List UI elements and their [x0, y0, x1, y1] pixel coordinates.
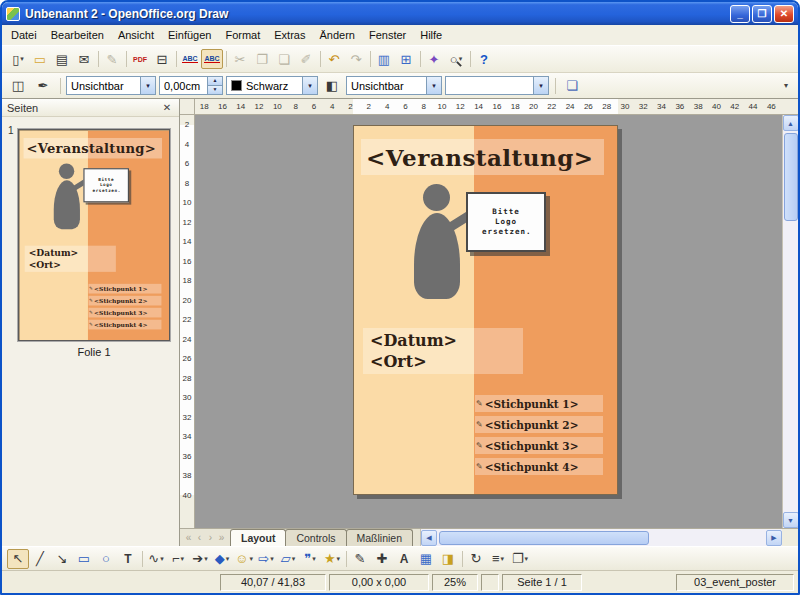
line-arrow-tool-icon[interactable]: ↘ — [51, 549, 73, 569]
vertical-scrollbar[interactable]: ▲ ▼ — [782, 115, 798, 528]
arrange-icon[interactable]: ❐▾ — [509, 549, 531, 569]
dropdown-caret-icon[interactable]: ▾ — [160, 555, 164, 563]
redo-icon[interactable]: ↷ — [345, 49, 367, 69]
tab-nav-arrow-icon[interactable]: » — [216, 532, 227, 543]
horizontal-scroll-thumb[interactable] — [439, 531, 649, 545]
glue-points-icon[interactable]: ✚ — [371, 549, 393, 569]
export-pdf-icon[interactable]: PDF — [129, 49, 151, 69]
tab-nav-arrow-icon[interactable]: ‹ — [194, 532, 205, 543]
table-icon[interactable]: ⊞ — [395, 49, 417, 69]
menu-item[interactable]: Extras — [267, 26, 312, 44]
scroll-left-icon[interactable]: ◀ — [421, 530, 437, 546]
horizontal-scrollbar[interactable]: ◀ ▶ — [420, 529, 782, 546]
menu-item[interactable]: Hilfe — [413, 26, 449, 44]
chevron-down-icon[interactable]: ▾ — [140, 77, 155, 94]
edit-points-icon[interactable]: ◫ — [7, 76, 29, 96]
dropdown-caret-icon[interactable]: ▾ — [204, 555, 208, 563]
menu-item[interactable]: Ansicht — [111, 26, 161, 44]
navigator-icon[interactable]: ✦ — [423, 49, 445, 69]
presenter-figure[interactable] — [412, 184, 464, 302]
rotate-icon[interactable]: ↻ — [465, 549, 487, 569]
dropdown-caret-icon[interactable]: ▾ — [181, 555, 185, 563]
dropdown-caret-icon[interactable]: ▾ — [525, 555, 529, 563]
poster-page[interactable]: <Veranstaltung> Bitte Logo ersetzen. <Da… — [353, 125, 618, 495]
spinner-buttons[interactable]: ▲▼ — [207, 77, 222, 94]
line-style-combobox[interactable]: Unsichtbar ▾ — [66, 76, 156, 95]
chart-icon[interactable]: ▥ — [373, 49, 395, 69]
sheet-tab[interactable]: Controls — [285, 529, 346, 546]
chevron-down-icon[interactable]: ▾ — [302, 77, 317, 94]
poster-date-location[interactable]: <Datum> <Ort> — [363, 328, 523, 374]
dropdown-caret-icon[interactable]: ▾ — [501, 555, 505, 563]
insert-picture-icon[interactable]: ▦ — [415, 549, 437, 569]
menu-item[interactable]: Einfügen — [161, 26, 218, 44]
app-icon[interactable] — [6, 7, 20, 21]
new-document-icon[interactable]: ▯▾ — [7, 49, 29, 69]
dropdown-caret-icon[interactable]: ▾ — [226, 555, 230, 563]
callouts-icon[interactable]: ❞▾ — [299, 549, 321, 569]
poster-bullet[interactable]: ✎<Stichpunkt 4> — [475, 458, 603, 475]
tab-nav-arrow-icon[interactable]: « — [183, 532, 194, 543]
paste-icon[interactable]: ❏ — [273, 49, 295, 69]
lines-arrows-icon[interactable]: ➔▾ — [189, 549, 211, 569]
undo-icon[interactable]: ↶ — [323, 49, 345, 69]
scroll-up-icon[interactable]: ▲ — [783, 115, 799, 131]
page-thumbnail[interactable]: <Veranstaltung> Bitte Logo ersetzen. <Da… — [18, 129, 170, 341]
area-style-icon[interactable]: ◧ — [321, 76, 343, 96]
basic-shapes-icon[interactable]: ◆▾ — [211, 549, 233, 569]
dropdown-caret-icon[interactable]: ▾ — [270, 555, 274, 563]
poster-bullets[interactable]: ✎<Stichpunkt 1> ✎<Stichpunkt 2> ✎<Stichp… — [475, 395, 603, 479]
rectangle-tool-icon[interactable]: ▭ — [73, 549, 95, 569]
poster-bullet[interactable]: ✎<Stichpunkt 1> — [475, 395, 603, 412]
minimize-button[interactable]: _ — [730, 5, 750, 23]
gallery-icon[interactable]: ◨ — [437, 549, 459, 569]
drawing-canvas[interactable]: <Veranstaltung> Bitte Logo ersetzen. <Da… — [195, 115, 782, 528]
spin-down-icon[interactable]: ▼ — [208, 86, 222, 94]
open-folder-icon[interactable]: ▭ — [29, 49, 51, 69]
dropdown-caret-icon[interactable]: ▾ — [292, 555, 296, 563]
menu-item[interactable]: Ändern — [312, 26, 361, 44]
symbol-shapes-icon[interactable]: ☺▾ — [233, 549, 255, 569]
status-zoom[interactable]: 25% — [432, 574, 478, 591]
stars-icon[interactable]: ★▾ — [321, 549, 343, 569]
line-width-spinner[interactable]: 0,00cm ▲▼ — [159, 76, 223, 95]
tab-nav-arrow-icon[interactable]: › — [205, 532, 216, 543]
chevron-down-icon[interactable]: ▾ — [533, 77, 548, 94]
menu-item[interactable]: Fenster — [362, 26, 413, 44]
fill-style-combobox[interactable]: Unsichtbar ▾ — [346, 76, 442, 95]
fontwork-icon[interactable]: A — [393, 549, 415, 569]
logo-placeholder-board[interactable]: Bitte Logo ersetzen. — [466, 192, 546, 252]
poster-title[interactable]: <Veranstaltung> — [361, 139, 604, 175]
scroll-right-icon[interactable]: ▶ — [766, 530, 782, 546]
panel-close-icon[interactable]: ✕ — [160, 101, 174, 115]
line-tool-icon[interactable]: ╱ — [29, 549, 51, 569]
flowchart-icon[interactable]: ▱▾ — [277, 549, 299, 569]
ellipse-tool-icon[interactable]: ○ — [95, 549, 117, 569]
format-paintbrush-icon[interactable]: ✐ — [295, 49, 317, 69]
chevron-down-icon[interactable]: ▾ — [426, 77, 441, 94]
menu-item[interactable]: Format — [218, 26, 267, 44]
zoom-icon[interactable]: ○▾ — [445, 49, 467, 69]
close-button[interactable]: ✕ — [774, 5, 794, 23]
line-ends-style-icon[interactable]: ✒ — [32, 76, 54, 96]
save-icon[interactable]: ▤ — [51, 49, 73, 69]
poster-bullet[interactable]: ✎<Stichpunkt 2> — [475, 416, 603, 433]
dropdown-caret-icon[interactable]: ▾ — [312, 555, 316, 563]
edit-file-icon[interactable]: ✎ — [101, 49, 123, 69]
sheet-tab[interactable]: Layout — [230, 529, 286, 546]
cut-icon[interactable]: ✂ — [229, 49, 251, 69]
dropdown-caret-icon[interactable]: ▾ — [249, 555, 253, 563]
copy-icon[interactable]: ❐ — [251, 49, 273, 69]
maximize-button[interactable]: ❐ — [752, 5, 772, 23]
auto-spellcheck-icon[interactable]: ABC — [201, 49, 223, 69]
curve-tool-icon[interactable]: ∿▾ — [145, 549, 167, 569]
scroll-down-icon[interactable]: ▼ — [783, 512, 799, 528]
block-arrows-icon[interactable]: ⇨▾ — [255, 549, 277, 569]
shadow-icon[interactable]: ❏ — [561, 76, 583, 96]
line-color-combobox[interactable]: Schwarz ▾ — [226, 76, 318, 95]
toolbar-options-icon[interactable]: ▾ — [779, 79, 793, 92]
menu-item[interactable]: Datei — [4, 26, 44, 44]
edit-points-tool-icon[interactable]: ✎ — [349, 549, 371, 569]
select-tool-icon[interactable]: ↖ — [7, 549, 29, 569]
alignment-icon[interactable]: ≡▾ — [487, 549, 509, 569]
